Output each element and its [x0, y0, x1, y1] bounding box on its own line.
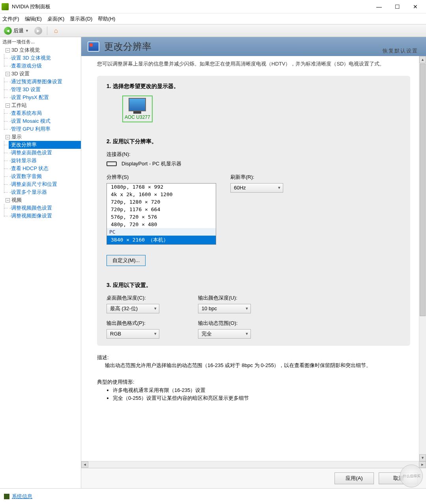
tree-toggle-icon[interactable]: − — [6, 103, 10, 108]
maximize-button[interactable]: ☐ — [388, 0, 406, 13]
listbox-item[interactable]: 480p, 720 × 480 — [107, 221, 216, 228]
usage-item: 许多电视机通常采用有限（16-235）设置 — [113, 386, 410, 395]
color-format-label: 输出颜色格式(P): — [106, 320, 193, 327]
menu-help[interactable]: 帮助(H) — [98, 15, 115, 22]
nvidia-icon — [2, 3, 9, 10]
resolution-listbox[interactable]: 1080p, 1768 × 9924k x 2k, 1600 × 1200720… — [106, 183, 216, 245]
listbox-item[interactable]: 1080p, 1768 × 992 — [107, 183, 216, 191]
description-body: 输出动态范围允许用户选择输出的动态范围（16-235 或对于 8bpc 为 0-… — [97, 362, 410, 370]
output-depth-combo[interactable]: 10 bpc — [198, 304, 251, 313]
color-depth-combo[interactable]: 最高 (32-位) — [106, 304, 159, 313]
listbox-group: PC — [107, 228, 216, 236]
tree-item[interactable]: ·旋转显示器 — [9, 157, 81, 165]
tree-item[interactable]: ·更改分辨率 — [9, 141, 81, 149]
step3-title: 3. 应用以下设置。 — [106, 282, 401, 289]
refresh-label: 刷新率(R): — [230, 174, 283, 181]
color-format-combo[interactable]: RGB — [106, 329, 159, 339]
tree-item[interactable]: ·调整视频图像设置 — [9, 212, 81, 220]
back-button[interactable]: ◄ 后退 ▼ — [2, 26, 31, 36]
listbox-item[interactable]: 720p, 1280 × 720 — [107, 198, 216, 206]
monitor-label: AOC U3277 — [125, 114, 150, 120]
tree-category[interactable]: 工作站 — [11, 102, 27, 108]
tree-category[interactable]: 视频 — [11, 197, 22, 203]
scroll-up-button[interactable]: ▲ — [419, 56, 426, 63]
home-icon: ⌂ — [52, 27, 60, 35]
listbox-item[interactable]: 576p, 720 × 576 — [107, 213, 216, 221]
menu-file[interactable]: 文件(F) — [2, 15, 19, 22]
tree-toggle-icon[interactable]: − — [6, 72, 10, 76]
minimize-button[interactable]: — — [370, 0, 388, 13]
tree-item[interactable]: ·查看游戏分级 — [9, 62, 81, 70]
titlebar: NVIDIA 控制面板 — ☐ ✕ — [0, 0, 426, 13]
displayport-icon — [106, 161, 117, 166]
vscroll-thumb[interactable] — [420, 64, 426, 316]
tree-item[interactable]: ·通过预览调整图像设置 — [9, 78, 81, 86]
output-depth-label: 输出颜色深度(U): — [198, 294, 285, 302]
toolbar: ◄ 后退 ▼ ► ⌂ — [0, 24, 426, 37]
tree-item[interactable]: ·调整桌面颜色设置 — [9, 149, 81, 157]
listbox-item[interactable]: 720p, 1176 × 664 — [107, 206, 216, 213]
scroll-area[interactable]: 您可以调整屏幕上显示的信息量并减少闪烁。如果您正在使用高清晰度电视（HDTV），… — [81, 56, 426, 461]
apply-button[interactable]: 应用(A) — [334, 472, 374, 484]
step1-title: 1. 选择您希望更改的显示器。 — [106, 83, 401, 90]
settings-panel: 1. 选择您希望更改的显示器。 AOC U3277 2. 应用以下分辨率。 连接… — [97, 76, 410, 346]
description-section: 描述: 输出动态范围允许用户选择输出的动态范围（16-235 或对于 8bpc … — [97, 354, 410, 403]
tree-toggle-icon[interactable]: − — [6, 135, 10, 139]
dynamic-range-label: 输出动态范围(O): — [198, 320, 285, 327]
listbox-item[interactable]: 3840 × 2160 （本机） — [107, 236, 216, 244]
listbox-item[interactable]: 4k x 2k, 1600 × 1200 — [107, 191, 216, 198]
system-info-link[interactable]: 系统信息 — [12, 493, 32, 500]
tree-header: 选择一项任务... — [0, 38, 81, 46]
tree-category[interactable]: 3D 设置 — [11, 71, 30, 77]
back-arrow-icon: ◄ — [4, 27, 12, 35]
scroll-down-button[interactable]: ▼ — [419, 454, 426, 461]
vscroll-track[interactable] — [419, 317, 426, 454]
back-label: 后退 — [13, 27, 24, 34]
menu-desktop[interactable]: 桌面(K) — [47, 15, 64, 22]
watermark: 什么值得买 — [400, 465, 423, 487]
statusbar: 系统信息 — [0, 488, 426, 504]
tree-item[interactable]: ·管理 GPU 利用率 — [9, 125, 81, 133]
window-title: NVIDIA 控制面板 — [12, 3, 370, 10]
connector-value: DisplayPort - PC 机显示器 — [121, 160, 181, 167]
tree-toggle-icon[interactable]: − — [6, 48, 10, 52]
dynamic-range-combo[interactable]: 完全 — [198, 329, 251, 339]
step2-title: 2. 应用以下分辨率。 — [106, 138, 401, 145]
tree-item[interactable]: ·调整桌面尺寸和位置 — [9, 180, 81, 188]
vertical-scrollbar[interactable]: ▲ ▼ — [419, 56, 426, 461]
tree-item[interactable]: ·设置 3D 立体视觉 — [9, 54, 81, 62]
custom-resolution-button[interactable]: 自定义(M)... — [106, 255, 146, 266]
tree-item[interactable]: ·设置数字音频 — [9, 172, 81, 180]
tree-category[interactable]: 3D 立体视觉 — [11, 47, 40, 53]
menu-display[interactable]: 显示器(D) — [70, 15, 92, 22]
back-dropdown-icon[interactable]: ▼ — [25, 29, 29, 33]
close-button[interactable]: ✕ — [406, 0, 424, 13]
restore-defaults-link[interactable]: 恢复默认设置 — [383, 47, 418, 54]
toolbar-separator — [47, 26, 47, 35]
tree-item[interactable]: ·设置 Mosaic 模式 — [9, 117, 81, 125]
horizontal-scrollbar[interactable]: ◄ ► — [81, 461, 426, 468]
task-tree[interactable]: 选择一项任务... −3D 立体视觉·设置 3D 立体视觉·查看游戏分级−3D … — [0, 37, 81, 488]
menu-edit[interactable]: 编辑(E) — [25, 15, 42, 22]
scroll-right-button[interactable]: ► — [419, 461, 426, 468]
tree-item[interactable]: ·查看 HDCP 状态 — [9, 165, 81, 172]
tree-item[interactable]: ·管理 3D 设置 — [9, 86, 81, 94]
usage-item: 完全（0-255）设置可让某些内容的暗区和亮区显示更多细节 — [113, 394, 410, 403]
page-header: 更改分辨率 恢复默认设置 — [81, 37, 426, 56]
intro-text: 您可以调整屏幕上显示的信息量并减少闪烁。如果您正在使用高清晰度电视（HDTV），… — [97, 60, 410, 68]
scroll-left-button[interactable]: ◄ — [81, 461, 88, 468]
refresh-rate-combo[interactable]: 60Hz — [230, 183, 283, 193]
tree-item[interactable]: ·调整视频颜色设置 — [9, 204, 81, 212]
color-depth-label: 桌面颜色深度(C): — [106, 294, 193, 302]
monitor-item[interactable]: AOC U3277 — [122, 96, 153, 122]
tree-item[interactable]: ·查看系统布局 — [9, 109, 81, 117]
connector-label: 连接器(N): — [106, 151, 401, 158]
forward-button[interactable]: ► — [32, 26, 45, 36]
tree-toggle-icon[interactable]: − — [6, 198, 10, 202]
content-panel: 更改分辨率 恢复默认设置 您可以调整屏幕上显示的信息量并减少闪烁。如果您正在使用… — [81, 37, 426, 488]
tree-category[interactable]: 显示 — [11, 134, 22, 140]
tree-item[interactable]: ·设置多个显示器 — [9, 188, 81, 196]
tree-item[interactable]: ·设置 PhysX 配置 — [9, 94, 81, 101]
home-button[interactable]: ⌂ — [50, 26, 62, 36]
page-title: 更改分辨率 — [104, 40, 151, 53]
